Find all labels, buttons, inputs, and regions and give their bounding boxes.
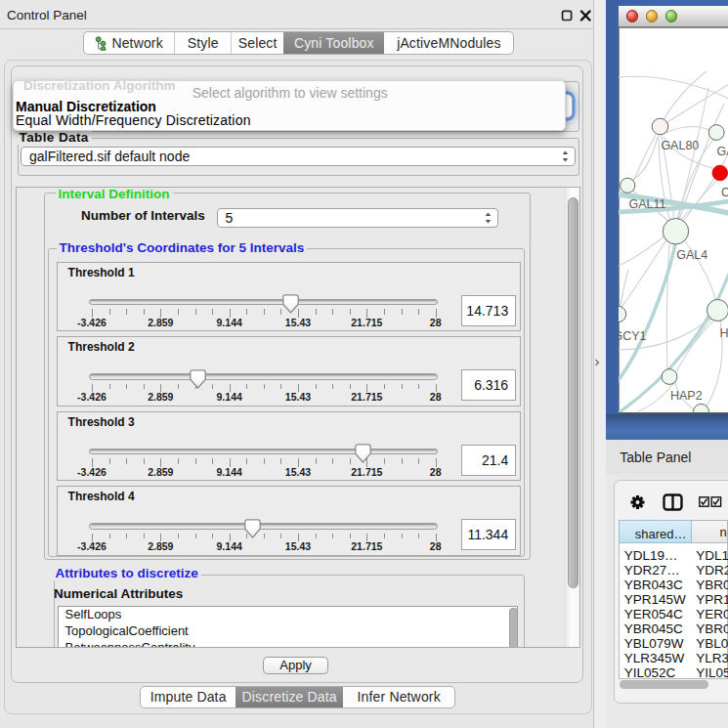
- svg-text:CC: CC: [721, 185, 728, 198]
- svg-text:GAL80: GAL80: [661, 138, 699, 151]
- svg-text:HAP2: HAP2: [670, 388, 703, 402]
- svg-text:GAL: GAL: [716, 144, 728, 157]
- svg-text:GCY1: GCY1: [619, 328, 647, 342]
- svg-text:GAL4: GAL4: [676, 247, 707, 261]
- svg-text:HIS: HIS: [719, 325, 728, 339]
- svg-text:GAL11: GAL11: [628, 197, 665, 211]
